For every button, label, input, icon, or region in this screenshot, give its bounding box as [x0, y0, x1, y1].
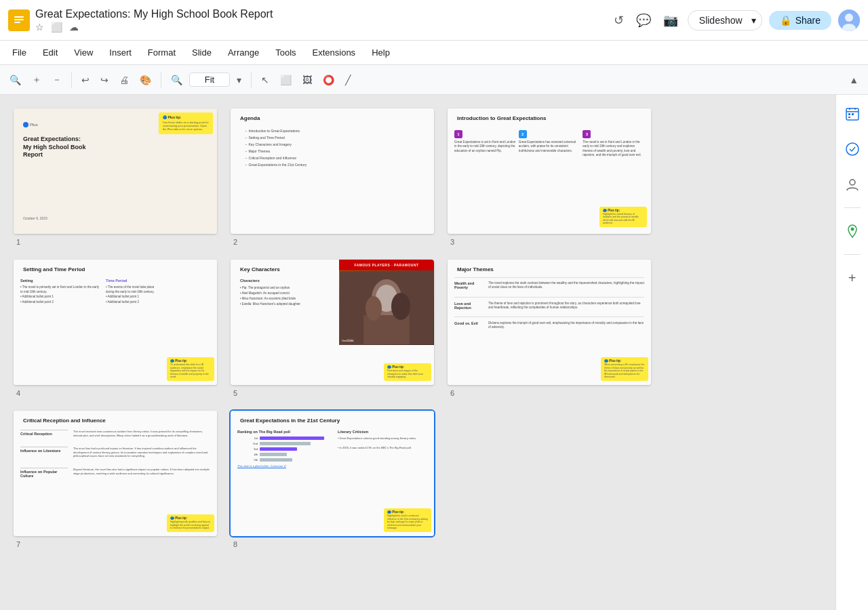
star-icon[interactable]: ☆ — [35, 22, 44, 33]
cursor-tool[interactable]: ↖ — [257, 72, 273, 88]
slideshow-button[interactable]: Slideshow — [688, 10, 754, 30]
slide-wrapper-6: Major Themes Wealth andPoverty The novel… — [448, 260, 651, 397]
menu-file[interactable]: File — [5, 45, 33, 60]
slide3-plus-tip: 🔵 Plus tip: Highlight the critical theme… — [599, 207, 647, 227]
cloud-icon[interactable]: ☁ — [69, 22, 79, 33]
slide-wrapper-1: 🔵 Plus tip: Use these slides as a starti… — [14, 108, 217, 246]
zoom-percent-button[interactable]: 🔍 — [167, 72, 186, 88]
menu-extensions[interactable]: Extensions — [306, 45, 363, 60]
toolbar: 🔍 ＋ － ↩ ↪ 🖨 🎨 🔍 Fit ▾ ↖ ⬜ 🖼 ⭕ ╱ ▲ — [0, 65, 868, 95]
slide3-title: Introduction to Great Expectations — [457, 115, 547, 121]
present-button[interactable]: 📷 — [660, 10, 681, 30]
svg-rect-1 — [14, 16, 24, 18]
menu-insert[interactable]: Insert — [102, 45, 138, 60]
slide-wrapper-2: Agenda → Introduction to Great Expectati… — [231, 108, 434, 246]
slide7-title: Critical Reception and Influence — [23, 418, 106, 424]
slide-thumb-8[interactable]: Great Expectations in the 21st Century R… — [231, 411, 434, 536]
slide6-divider — [454, 277, 644, 278]
slide-inner-1: 🔵 Plus tip: Use these slides as a starti… — [14, 108, 217, 234]
slide8-left: Ranking on The Big Read poll 1st 2nd 3rd… — [237, 430, 332, 468]
line-tool[interactable]: ╱ — [341, 72, 355, 88]
history-button[interactable]: ↺ — [611, 10, 627, 30]
folder-icon[interactable]: ⬜ — [51, 22, 62, 33]
slide3-col-2: 2 Great Expectations has received univer… — [519, 130, 580, 157]
slide6-row-1: Wealth andPoverty The novel explores the… — [454, 281, 644, 290]
svg-point-23 — [850, 228, 854, 231]
maps-icon[interactable] — [840, 219, 865, 243]
svg-rect-2 — [14, 19, 24, 20]
slideshow-label: Slideshow — [699, 15, 743, 26]
slide-inner-4: Setting and Time Period Setting • The no… — [14, 260, 217, 385]
toolbar-separator-3 — [251, 72, 252, 88]
app-icon[interactable] — [8, 9, 30, 31]
slide-thumb-5[interactable]: FAMOUS PLAYERS · PARAMOUNT LOU Gan/L — [231, 260, 434, 385]
slide3-col-1: 1 Great Expectations is set in Kent and … — [454, 130, 516, 157]
paint-format-button[interactable]: 🎨 — [136, 72, 155, 88]
collapse-toolbar-button[interactable]: ▲ — [845, 72, 863, 88]
calendar-icon[interactable] — [840, 102, 865, 126]
comment-button[interactable]: 💬 — [633, 10, 654, 30]
menu-arrange[interactable]: Arrange — [221, 45, 266, 60]
menu-view[interactable]: View — [67, 45, 100, 60]
slide2-items: → Introduction to Great Expectations → S… — [244, 127, 307, 168]
slide-wrapper-3: Introduction to Great Expectations 1 Gre… — [448, 108, 651, 246]
doc-title[interactable]: Great Expectations: My High School Book … — [35, 8, 606, 20]
redo-button[interactable]: ↪ — [96, 72, 113, 88]
slide-num-5: 5 — [231, 389, 434, 397]
menu-slide[interactable]: Slide — [185, 45, 218, 60]
check-icon[interactable] — [840, 137, 865, 161]
side-divider — [844, 207, 861, 208]
slide7-row-2: Influence on Literature The novel has ha… — [20, 447, 210, 458]
zoom-level[interactable]: Fit — [189, 73, 230, 87]
slide-thumb-3[interactable]: Introduction to Great Expectations 1 Gre… — [448, 108, 651, 234]
slides-panel: 🔵 Plus tip: Use these slides as a starti… — [0, 95, 835, 610]
right-panel: + — [835, 95, 868, 610]
slide4-right: Time Period • The events of the novel ta… — [106, 279, 160, 304]
shape-tool[interactable]: ⭕ — [319, 72, 338, 88]
share-button[interactable]: 🔒 Share — [769, 11, 831, 30]
slide-thumb-2[interactable]: Agenda → Introduction to Great Expectati… — [231, 108, 434, 234]
add-panel-icon[interactable]: + — [840, 266, 865, 290]
main-layout: 🔵 Plus tip: Use these slides as a starti… — [0, 95, 868, 610]
zoom-out-toolbar[interactable]: － — [48, 71, 66, 89]
slide7-row-1: Critical Reception The novel received ne… — [20, 430, 210, 437]
slide8-chart-label: This chart is a placeholder. Customize i… — [237, 464, 332, 468]
person-icon[interactable] — [840, 172, 865, 197]
slide-thumb-7[interactable]: Critical Reception and Influence Critica… — [14, 411, 217, 536]
zoom-dropdown-button[interactable]: ▾ — [233, 72, 245, 88]
svg-rect-3 — [14, 22, 20, 23]
slide-num-4: 4 — [14, 389, 217, 397]
svg-point-21 — [846, 143, 859, 155]
search-button[interactable]: 🔍 — [5, 72, 25, 88]
slide-inner-2: Agenda → Introduction to Great Expectati… — [231, 108, 434, 234]
top-right-buttons: ↺ 💬 📷 Slideshow ▾ 🔒 Share — [611, 9, 860, 31]
slide5-image: LOU Gan/Lona — [339, 270, 434, 345]
select-tool[interactable]: ⬜ — [276, 72, 296, 88]
slide6-plus-tip: 🔵 Plus tip: When presenting to IB, empha… — [601, 357, 648, 381]
slide7-row-3: Influence on Popular Culture Beyond lite… — [20, 468, 210, 478]
slideshow-dropdown-button[interactable]: ▾ — [746, 10, 762, 30]
undo-button[interactable]: ↩ — [77, 72, 94, 88]
menu-edit[interactable]: Edit — [36, 45, 64, 60]
slide-thumb-1[interactable]: 🔵 Plus tip: Use these slides as a starti… — [14, 108, 217, 234]
menu-tools[interactable]: Tools — [269, 45, 302, 60]
print-button[interactable]: 🖨 — [115, 72, 133, 88]
slide7-plus-tip: 🔵 Plus tip: Highlight specific qualities… — [167, 514, 214, 532]
slide-thumb-4[interactable]: Setting and Time Period Setting • The no… — [14, 260, 217, 385]
slide4-title: Setting and Time Period — [23, 266, 85, 272]
slide-thumb-6[interactable]: Major Themes Wealth andPoverty The novel… — [448, 260, 651, 385]
image-tool[interactable]: 🖼 — [298, 72, 316, 88]
zoom-in-toolbar[interactable]: ＋ — [28, 71, 45, 89]
slide6-row-2: Love andRejection The theme of love and … — [454, 302, 644, 310]
share-lock-icon: 🔒 — [780, 15, 791, 26]
slide5-banner: FAMOUS PLAYERS · PARAMOUNT — [339, 260, 434, 270]
menu-help[interactable]: Help — [365, 45, 397, 60]
slide5-title: Key Characters — [240, 266, 280, 272]
svg-rect-19 — [852, 113, 854, 115]
slide-num-3: 3 — [448, 238, 651, 246]
doc-icons: ☆ ⬜ ☁ — [35, 22, 606, 33]
menu-format[interactable]: Format — [141, 45, 182, 60]
avatar[interactable] — [838, 9, 860, 31]
slide8-plus-tip: 🔵 Plus tip: Highlight the work's continu… — [384, 508, 431, 532]
slide7-rows: Critical Reception The novel received ne… — [20, 430, 210, 487]
